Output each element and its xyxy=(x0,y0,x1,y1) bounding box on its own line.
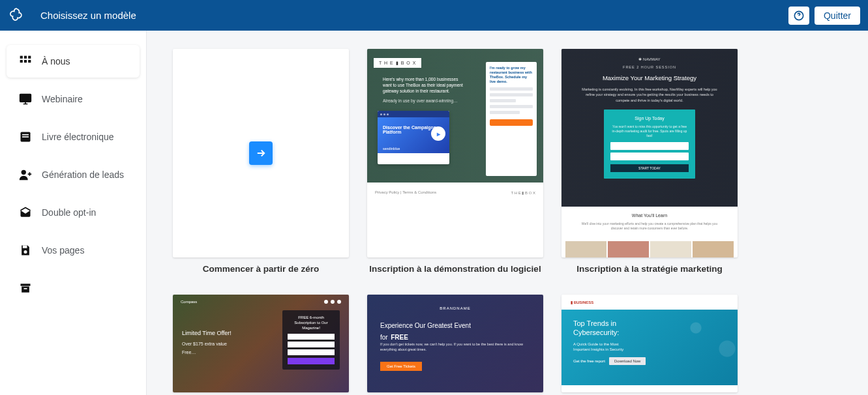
template-card-cybersecurity[interactable]: ▮ BUSINESS Top Trends inCybersecurity: A… xyxy=(561,295,738,392)
template-thumb: Compass FREE 6-month Subscription to Our… xyxy=(173,295,349,392)
template-card-event[interactable]: BRANDNAME Experience Our Greatest Event … xyxy=(367,295,543,392)
preview-text: for xyxy=(380,334,388,341)
preview-text: Privacy Policy | Terms & Conditions xyxy=(375,190,436,195)
preview-text: Here's why more than 1,000 businesses wa… xyxy=(383,76,468,94)
sidebar-item-optin[interactable]: Double opt-in xyxy=(7,196,140,229)
preview-text: Marketing is constantly evolving. In thi… xyxy=(573,87,726,103)
play-icon: ▸ xyxy=(431,126,445,141)
preview-heading: Limited Time Offer! xyxy=(182,330,260,336)
sidebar-item-label: Livre électronique xyxy=(42,132,114,142)
archive-icon xyxy=(18,281,33,295)
preview-button: Get Free Tickets xyxy=(380,362,422,371)
template-card-software-demo[interactable]: T H E ▮ B O X Here's why more than 1,000… xyxy=(367,49,543,274)
preview-text: Sign Up Today xyxy=(610,116,689,121)
template-caption: Commencer à partir de zéro xyxy=(203,264,320,274)
template-card-blank[interactable]: Commencer à partir de zéro xyxy=(173,49,349,274)
template-thumb: BRANDNAME Experience Our Greatest Event … xyxy=(367,295,543,392)
template-card-marketing[interactable]: ✱ NAVIWAY FREE 2 HOUR SESSION Maximize Y… xyxy=(561,49,738,274)
preview-heading: Maximize Your Marketing Strategy xyxy=(573,74,726,81)
template-caption: Inscription à la stratégie marketing xyxy=(576,264,723,274)
quit-button[interactable]: Quitter xyxy=(815,7,860,25)
preview-text: FREE xyxy=(391,334,408,341)
page-title: Choisissez un modèle xyxy=(40,10,783,21)
sidebar-item-label: Webinaire xyxy=(42,94,83,104)
preview-brand: Compass xyxy=(181,300,197,304)
preview-heading: Top Trends in xyxy=(573,319,616,327)
app-header: Choisissez un modèle Quitter xyxy=(0,0,868,31)
preview-text: We'll dive into your marketing efforts a… xyxy=(581,222,718,231)
preview-text: Get the free report xyxy=(573,359,605,363)
sidebar-item-webinar[interactable]: Webinaire xyxy=(7,83,140,115)
template-thumb: T H E ▮ B O X Here's why more than 1,000… xyxy=(367,49,543,257)
template-card-magazine[interactable]: Compass FREE 6-month Subscription to Our… xyxy=(173,295,349,392)
preview-brand: T H E ▮ B O X xyxy=(374,58,421,68)
preview-heading: What You'll Learn xyxy=(568,213,731,218)
preview-brand: BRANDNAME xyxy=(380,306,530,310)
preview-brand: ▮ BUSINESS xyxy=(561,295,738,310)
preview-text: sendinblue xyxy=(383,147,400,151)
inbox-icon xyxy=(18,205,33,220)
template-thumb xyxy=(173,49,349,257)
preview-button xyxy=(288,358,335,364)
sidebar-item-leads[interactable]: Génération de leads xyxy=(7,158,140,191)
preview-text: Important Insights in Security xyxy=(573,347,623,351)
sidebar-item-ebook[interactable]: Livre électronique xyxy=(7,121,140,153)
svg-rect-16 xyxy=(24,288,27,289)
svg-point-11 xyxy=(22,170,26,175)
preview-text: T H E ▮ B O X xyxy=(511,190,535,195)
preview-text: I'm ready to grow my restaurant business… xyxy=(490,66,533,85)
preview-text: A Quick Guide to the Most xyxy=(573,342,619,346)
sidebar-item-label: À nous xyxy=(42,56,70,66)
sidebar-item-yourpages[interactable]: Vos pages xyxy=(7,234,140,267)
svg-rect-9 xyxy=(22,134,29,136)
preview-heading: Cybersecurity: xyxy=(573,329,619,336)
svg-rect-15 xyxy=(22,287,29,293)
preview-text: FREE 6-month Subscription to Our Magazin… xyxy=(288,315,335,330)
template-thumb: ▮ BUSINESS Top Trends inCybersecurity: A… xyxy=(561,295,738,392)
preview-heading: Experience Our Greatest Event xyxy=(380,322,530,329)
template-caption: Inscription à la démonstration du logici… xyxy=(369,264,541,274)
svg-rect-1 xyxy=(20,56,23,59)
template-grid-container: Commencer à partir de zéro T H E ▮ B O X… xyxy=(147,31,868,395)
monitor-icon xyxy=(18,92,33,106)
preview-text: You won't want to miss this opportunity … xyxy=(610,124,689,138)
sidebar-item-label: Génération de leads xyxy=(42,169,124,180)
svg-point-13 xyxy=(24,250,27,254)
sidebar-item-about[interactable]: À nous xyxy=(7,45,140,78)
preview-button: START TODAY xyxy=(610,164,689,172)
preview-form-panel: I'm ready to grow my restaurant business… xyxy=(486,62,537,176)
preview-text: Free… xyxy=(182,350,260,355)
start-arrow-button[interactable] xyxy=(249,141,273,165)
svg-rect-5 xyxy=(24,60,27,63)
app-logo-icon xyxy=(8,7,26,25)
grid-icon xyxy=(18,54,33,68)
svg-rect-4 xyxy=(20,60,23,63)
svg-rect-2 xyxy=(24,56,27,59)
preview-mini-window: Discover the Campaigns Platform ▸ sendin… xyxy=(378,111,449,164)
preview-button: Download Now xyxy=(609,357,646,365)
user-plus-icon xyxy=(18,168,33,182)
sidebar-item-archive[interactable] xyxy=(7,272,140,304)
sidebar-item-label: Vos pages xyxy=(42,245,84,256)
sidebar: À nous Webinaire Livre électronique Géné… xyxy=(0,31,147,395)
save-icon xyxy=(18,243,33,257)
svg-rect-14 xyxy=(21,284,31,285)
preview-brand: ✱ NAVIWAY xyxy=(573,57,726,61)
preview-text: FREE 2 HOUR SESSION xyxy=(573,65,726,69)
help-button[interactable] xyxy=(788,7,809,25)
preview-form: Sign Up Today You won't want to miss thi… xyxy=(604,110,695,179)
svg-rect-3 xyxy=(28,56,31,59)
preview-text: If you don't get tickets now, we can't h… xyxy=(380,342,530,352)
template-thumb: ✱ NAVIWAY FREE 2 HOUR SESSION Maximize Y… xyxy=(561,49,738,257)
svg-rect-12 xyxy=(23,246,27,248)
preview-text: Over $175 extra value xyxy=(182,342,260,346)
svg-rect-7 xyxy=(20,95,31,102)
svg-rect-6 xyxy=(28,60,31,63)
preview-text: Already in use by over award-winning… xyxy=(383,98,468,104)
svg-rect-10 xyxy=(22,136,29,138)
book-icon xyxy=(18,130,33,144)
sidebar-item-label: Double opt-in xyxy=(42,207,96,218)
